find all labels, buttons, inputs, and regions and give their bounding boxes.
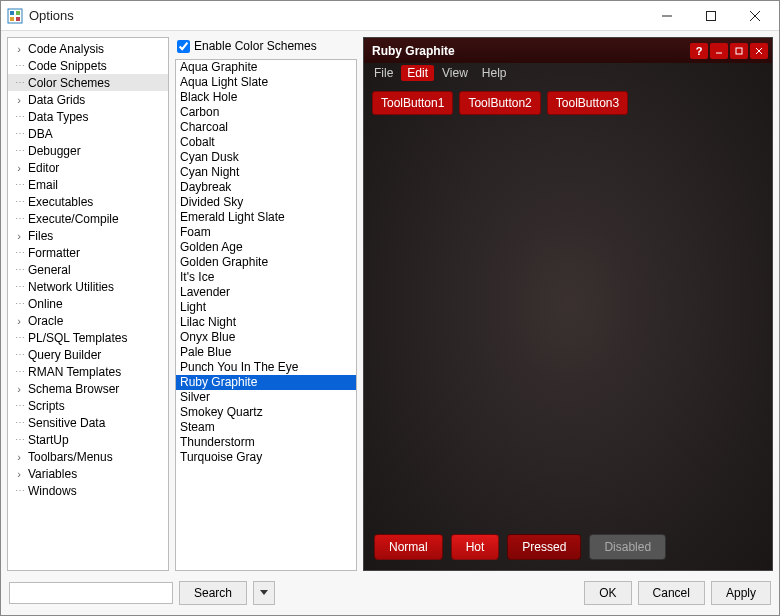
tree-item[interactable]: ⋯Data Types [8,108,168,125]
enable-color-schemes-row[interactable]: Enable Color Schemes [175,37,357,55]
scheme-item[interactable]: Turquoise Gray [176,450,356,465]
preview-toolbar: ToolButton1ToolButton2ToolButton3 [364,83,772,123]
chevron-right-icon[interactable]: › [12,43,26,55]
tree-item[interactable]: ›Oracle [8,312,168,329]
chevron-right-icon[interactable]: › [12,94,26,106]
chevron-right-icon[interactable]: › [12,451,26,463]
scheme-item[interactable]: Cyan Night [176,165,356,180]
preview-menu-item[interactable]: File [368,65,399,81]
category-tree[interactable]: ›Code Analysis⋯Code Snippets⋯Color Schem… [7,37,169,571]
scheme-item[interactable]: Steam [176,420,356,435]
close-icon [755,47,763,55]
tree-item-label: Scripts [26,399,65,413]
scheme-item[interactable]: Thunderstorm [176,435,356,450]
tree-item[interactable]: ⋯General [8,261,168,278]
tree-item-label: Network Utilities [26,280,114,294]
tree-item[interactable]: ⋯Scripts [8,397,168,414]
scheme-item[interactable]: Ruby Graphite [176,375,356,390]
scheme-item[interactable]: Black Hole [176,90,356,105]
tree-item[interactable]: ⋯Code Snippets [8,57,168,74]
tree-item[interactable]: ⋯Sensitive Data [8,414,168,431]
enable-color-schemes-checkbox[interactable] [177,40,190,53]
tree-item[interactable]: ⋯Debugger [8,142,168,159]
state-pressed[interactable]: Pressed [507,534,581,560]
tree-item[interactable]: ⋯RMAN Templates [8,363,168,380]
color-scheme-list[interactable]: Aqua GraphiteAqua Light SlateBlack HoleC… [175,59,357,571]
scheme-preview: Ruby Graphite ? FileEditViewHelp ToolBut… [363,37,773,571]
scheme-item[interactable]: Charcoal [176,120,356,135]
tree-item[interactable]: ›Toolbars/Menus [8,448,168,465]
tree-item[interactable]: ⋯Online [8,295,168,312]
tree-item[interactable]: ›Files [8,227,168,244]
scheme-item[interactable]: Punch You In The Eye [176,360,356,375]
scheme-item[interactable]: Divided Sky [176,195,356,210]
scheme-item[interactable]: Aqua Graphite [176,60,356,75]
preview-titlebar: Ruby Graphite ? [364,38,772,63]
tree-item[interactable]: ›Code Analysis [8,40,168,57]
state-normal[interactable]: Normal [374,534,443,560]
tree-item[interactable]: ›Variables [8,465,168,482]
tree-item[interactable]: ⋯Execute/Compile [8,210,168,227]
ok-button[interactable]: OK [584,581,631,605]
scheme-item[interactable]: Pale Blue [176,345,356,360]
scheme-item[interactable]: Light [176,300,356,315]
search-dropdown-button[interactable] [253,581,275,605]
search-input[interactable] [9,582,173,604]
scheme-item[interactable]: Carbon [176,105,356,120]
preview-menu-item[interactable]: View [436,65,474,81]
search-button[interactable]: Search [179,581,247,605]
chevron-right-icon[interactable]: › [12,383,26,395]
preview-tool-button[interactable]: ToolButton1 [372,91,453,115]
tree-item[interactable]: ⋯Query Builder [8,346,168,363]
scheme-item[interactable]: Lilac Night [176,315,356,330]
preview-help-button[interactable]: ? [690,43,708,59]
scheme-item[interactable]: Smokey Quartz [176,405,356,420]
tree-item[interactable]: ›Data Grids [8,91,168,108]
tree-node-icon: ⋯ [12,366,26,377]
tree-item-label: StartUp [26,433,69,447]
scheme-item[interactable]: Aqua Light Slate [176,75,356,90]
tree-item[interactable]: ⋯Executables [8,193,168,210]
scheme-item[interactable]: Cyan Dusk [176,150,356,165]
apply-button[interactable]: Apply [711,581,771,605]
tree-item[interactable]: ⋯Formatter [8,244,168,261]
tree-item[interactable]: ⋯PL/SQL Templates [8,329,168,346]
window-body: ›Code Analysis⋯Code Snippets⋯Color Schem… [1,31,779,615]
tree-item[interactable]: ›Editor [8,159,168,176]
preview-menu-item[interactable]: Edit [401,65,434,81]
chevron-right-icon[interactable]: › [12,230,26,242]
scheme-item[interactable]: Lavender [176,285,356,300]
chevron-right-icon[interactable]: › [12,315,26,327]
scheme-item[interactable]: It's Ice [176,270,356,285]
scheme-item[interactable]: Silver [176,390,356,405]
tree-item[interactable]: ⋯Color Schemes [8,74,168,91]
minimize-icon [715,47,723,55]
minimize-button[interactable] [645,2,689,30]
tree-item[interactable]: ⋯Windows [8,482,168,499]
preview-minimize-button[interactable] [710,43,728,59]
tree-node-icon: ⋯ [12,417,26,428]
tree-item[interactable]: ⋯DBA [8,125,168,142]
tree-item[interactable]: ⋯Email [8,176,168,193]
preview-maximize-button[interactable] [730,43,748,59]
scheme-item[interactable]: Daybreak [176,180,356,195]
close-button[interactable] [733,2,777,30]
scheme-item[interactable]: Onyx Blue [176,330,356,345]
scheme-item[interactable]: Golden Age [176,240,356,255]
scheme-item[interactable]: Cobalt [176,135,356,150]
scheme-item[interactable]: Emerald Light Slate [176,210,356,225]
chevron-right-icon[interactable]: › [12,162,26,174]
tree-item[interactable]: ⋯StartUp [8,431,168,448]
preview-close-button[interactable] [750,43,768,59]
tree-item[interactable]: ⋯Network Utilities [8,278,168,295]
preview-menu-item[interactable]: Help [476,65,513,81]
cancel-button[interactable]: Cancel [638,581,705,605]
preview-tool-button[interactable]: ToolButton2 [459,91,540,115]
chevron-right-icon[interactable]: › [12,468,26,480]
scheme-item[interactable]: Foam [176,225,356,240]
state-hot[interactable]: Hot [451,534,500,560]
tree-item[interactable]: ›Schema Browser [8,380,168,397]
scheme-item[interactable]: Golden Graphite [176,255,356,270]
maximize-button[interactable] [689,2,733,30]
preview-tool-button[interactable]: ToolButton3 [547,91,628,115]
